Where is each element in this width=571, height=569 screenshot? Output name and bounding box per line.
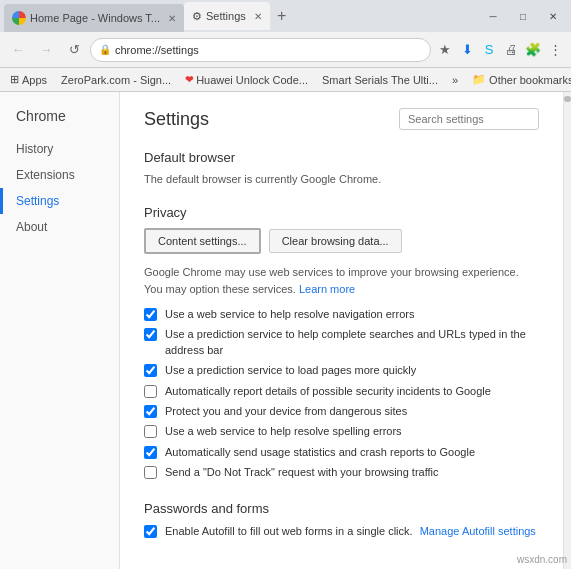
checkbox-label: Automatically report details of possible… — [165, 384, 491, 399]
tab-favicon-settings: ⚙ — [192, 10, 202, 23]
other-bookmarks-label: Other bookmarks — [489, 74, 571, 86]
default-browser-title: Default browser — [144, 150, 539, 165]
tab-homepage[interactable]: Home Page - Windows T... ✕ — [4, 4, 184, 32]
tab-settings[interactable]: ⚙ Settings ✕ — [184, 2, 270, 30]
list-item: Automatically report details of possible… — [144, 384, 539, 399]
list-item: Protect you and your device from dangero… — [144, 404, 539, 419]
download-icon[interactable]: ⬇ — [457, 40, 477, 60]
lock-icon: 🔒 — [99, 44, 111, 55]
checkbox-label: Use a web service to help resolve spelli… — [165, 424, 402, 439]
content-area: Chrome History Extensions Settings About… — [0, 92, 571, 569]
bookmarks-bar: ⊞ Apps ZeroPark.com - Sign... ❤ Huawei U… — [0, 68, 571, 92]
checkbox-do-not-track[interactable] — [144, 466, 157, 479]
watermark: wsxdn.com — [517, 554, 567, 565]
list-item: Use a web service to help resolve naviga… — [144, 307, 539, 322]
scrollbar[interactable] — [563, 92, 571, 569]
privacy-buttons: Content settings... Clear browsing data.… — [144, 228, 539, 254]
tab-close-settings[interactable]: ✕ — [254, 11, 262, 22]
checkbox-autofill[interactable] — [144, 525, 157, 538]
maximize-button[interactable]: □ — [509, 6, 537, 26]
bookmark-zeropark[interactable]: ZeroPark.com - Sign... — [57, 72, 175, 88]
close-button[interactable]: ✕ — [539, 6, 567, 26]
list-item: Use a prediction service to load pages m… — [144, 363, 539, 378]
privacy-note: Google Chrome may use web services to im… — [144, 264, 539, 297]
checkbox-label: Enable Autofill to fill out web forms in… — [165, 524, 536, 539]
checkbox-prediction-address[interactable] — [144, 328, 157, 341]
browser-frame: Home Page - Windows T... ✕ ⚙ Settings ✕ … — [0, 0, 571, 569]
skype-icon[interactable]: S — [479, 40, 499, 60]
checkbox-label: Use a web service to help resolve naviga… — [165, 307, 414, 322]
bookmark-star-icon[interactable]: ★ — [435, 40, 455, 60]
more-bookmarks-label: » — [452, 74, 458, 86]
section-passwords: Passwords and forms Enable Autofill to f… — [144, 501, 539, 539]
bookmark-apps[interactable]: ⊞ Apps — [6, 71, 51, 88]
more-icon[interactable]: ⋮ — [545, 40, 565, 60]
checkbox-security-incidents[interactable] — [144, 385, 157, 398]
list-item: Send a "Do Not Track" request with your … — [144, 465, 539, 480]
section-default-browser: Default browser The default browser is c… — [144, 150, 539, 185]
sidebar: Chrome History Extensions Settings About — [0, 92, 120, 569]
list-item: Automatically send usage statistics and … — [144, 445, 539, 460]
list-item: Use a web service to help resolve spelli… — [144, 424, 539, 439]
checkbox-label: Automatically send usage statistics and … — [165, 445, 475, 460]
checkbox-prediction-pages[interactable] — [144, 364, 157, 377]
extension-icon[interactable]: 🧩 — [523, 40, 543, 60]
apps-label: Apps — [22, 74, 47, 86]
checkbox-label: Use a prediction service to load pages m… — [165, 363, 416, 378]
search-input[interactable] — [399, 108, 539, 130]
sidebar-item-settings[interactable]: Settings — [0, 188, 119, 214]
minimize-button[interactable]: ─ — [479, 6, 507, 26]
sidebar-brand: Chrome — [0, 108, 119, 136]
reload-button[interactable]: ↺ — [62, 38, 86, 62]
toolbar-icons: ★ ⬇ S 🖨 🧩 ⋮ — [435, 40, 565, 60]
checkbox-label: Use a prediction service to help complet… — [165, 327, 539, 358]
folder-icon: 📁 — [472, 73, 486, 86]
sidebar-item-about[interactable]: About — [0, 214, 119, 240]
learn-more-link[interactable]: Learn more — [299, 283, 355, 295]
bookmark-smart-serials[interactable]: Smart Serials The Ulti... — [318, 72, 442, 88]
content-settings-button[interactable]: Content settings... — [144, 228, 261, 254]
checkbox-label: Send a "Do Not Track" request with your … — [165, 465, 439, 480]
checkbox-spelling[interactable] — [144, 425, 157, 438]
manage-autofill-link[interactable]: Manage Autofill settings — [420, 525, 536, 537]
settings-header: Settings — [144, 108, 539, 130]
bookmark-huawei[interactable]: ❤ Huawei Unlock Code... — [181, 72, 312, 88]
bookmark-label: Smart Serials The Ulti... — [322, 74, 438, 86]
settings-content: Settings Default browser The default bro… — [120, 92, 563, 569]
page-title: Settings — [144, 109, 209, 130]
address-text: chrome://settings — [115, 44, 199, 56]
sidebar-item-extensions[interactable]: Extensions — [0, 162, 119, 188]
privacy-checkboxes: Use a web service to help resolve naviga… — [144, 307, 539, 481]
bookmark-more[interactable]: » — [448, 72, 462, 88]
tab-label-settings: Settings — [206, 10, 246, 22]
print-icon[interactable]: 🖨 — [501, 40, 521, 60]
huawei-icon: ❤ — [185, 74, 193, 85]
window-controls: ─ □ ✕ — [479, 6, 567, 26]
tab-label-homepage: Home Page - Windows T... — [30, 12, 160, 24]
default-browser-desc: The default browser is currently Google … — [144, 173, 539, 185]
sidebar-item-history[interactable]: History — [0, 136, 119, 162]
checkbox-usage-stats[interactable] — [144, 446, 157, 459]
toolbar: ← → ↺ 🔒 chrome://settings ★ ⬇ S 🖨 🧩 ⋮ — [0, 32, 571, 68]
title-bar: Home Page - Windows T... ✕ ⚙ Settings ✕ … — [0, 0, 571, 32]
checkbox-dangerous-sites[interactable] — [144, 405, 157, 418]
address-bar[interactable]: 🔒 chrome://settings — [90, 38, 431, 62]
checkbox-nav-errors[interactable] — [144, 308, 157, 321]
new-tab-button[interactable]: + — [270, 4, 294, 28]
privacy-title: Privacy — [144, 205, 539, 220]
back-button[interactable]: ← — [6, 38, 30, 62]
tab-favicon-homepage — [12, 11, 26, 25]
list-item: Use a prediction service to help complet… — [144, 327, 539, 358]
apps-icon: ⊞ — [10, 73, 19, 86]
checkbox-label: Protect you and your device from dangero… — [165, 404, 407, 419]
passwords-title: Passwords and forms — [144, 501, 539, 516]
list-item: Enable Autofill to fill out web forms in… — [144, 524, 539, 539]
forward-button[interactable]: → — [34, 38, 58, 62]
zeropark-label: ZeroPark.com - Sign... — [61, 74, 171, 86]
huawei-label: Huawei Unlock Code... — [196, 74, 308, 86]
bookmark-other[interactable]: 📁 Other bookmarks — [468, 71, 571, 88]
clear-browsing-button[interactable]: Clear browsing data... — [269, 229, 402, 253]
tab-close-homepage[interactable]: ✕ — [168, 13, 176, 24]
section-privacy: Privacy ➤ Content settings... Clear brow… — [144, 205, 539, 481]
